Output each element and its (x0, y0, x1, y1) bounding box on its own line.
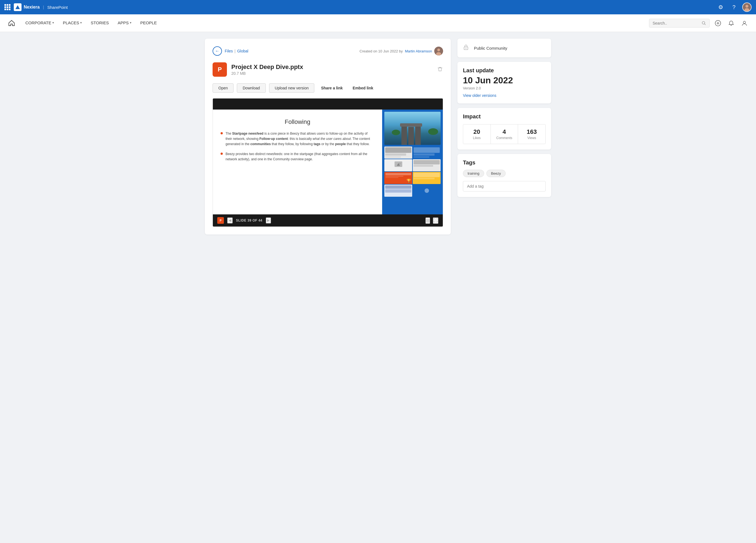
version-text: Version 2.0 (463, 86, 546, 90)
tags-title: Tags (463, 159, 546, 166)
search-input[interactable] (653, 21, 699, 25)
file-created-info: Created on 10 Jun 2022 by Martin Abramso… (360, 47, 443, 55)
slide-next-button[interactable]: ► (266, 217, 271, 223)
share-link-button[interactable]: Share a link (318, 84, 346, 92)
file-delete-button[interactable] (437, 66, 443, 73)
svg-rect-12 (408, 127, 414, 145)
nav-places[interactable]: PLACES ▾ (58, 14, 86, 32)
apps-chevron: ▾ (130, 21, 132, 25)
bullet-dot-1 (221, 132, 223, 134)
svg-point-19 (399, 163, 401, 164)
add-icon[interactable] (713, 18, 723, 28)
author-avatar (434, 47, 443, 55)
breadcrumb-global[interactable]: Global (237, 49, 248, 53)
help-icon[interactable]: ? (729, 2, 739, 12)
home-nav-icon[interactable] (7, 18, 17, 28)
slide-bullet-2-text: Beezy provides two distinct newsfeeds: o… (226, 151, 374, 162)
slide-bullet-1: The Startpage newsfeed is a core piece i… (221, 131, 374, 147)
svg-point-1 (746, 5, 749, 8)
svg-point-3 (702, 21, 705, 24)
file-size: 20.7 MB (231, 71, 433, 76)
file-type-icon: P (213, 62, 227, 77)
nav-corporate[interactable]: CORPORATE ▾ (21, 14, 58, 32)
download-button[interactable]: Download (237, 83, 266, 93)
mini-cell-8 (413, 184, 441, 197)
slide-prev-button[interactable]: ◄ (227, 217, 233, 223)
notifications-icon[interactable] (726, 18, 736, 28)
impact-stats: 20 Likes 4 Comments 163 Views (463, 124, 546, 144)
logo[interactable]: Nexiera (14, 3, 40, 11)
last-update-box: Last update 10 Jun 2022 Version 2.0 View… (457, 62, 551, 103)
places-chevron: ▾ (80, 21, 82, 25)
impact-box: Impact 20 Likes 4 Comments 163 Views (457, 108, 551, 149)
svg-rect-13 (415, 126, 421, 145)
corporate-chevron: ▾ (52, 21, 54, 25)
file-meta: Project X Deep Dive.pptx 20.7 MB (231, 63, 433, 76)
top-bar: Nexiera | SharePoint ⚙ ? (0, 0, 756, 14)
open-button[interactable]: Open (213, 83, 234, 93)
view-older-versions-link[interactable]: View older versions (463, 93, 496, 98)
mini-cell-2 (413, 146, 441, 159)
mini-cell-4 (413, 159, 441, 171)
settings-icon[interactable]: ⚙ (716, 2, 726, 12)
logo-divider: | (43, 5, 44, 9)
last-update-date: 10 Jun 2022 (463, 75, 546, 85)
slide-grid-view-button[interactable]: ⊞ (425, 217, 430, 224)
mini-cell-6 (413, 172, 441, 184)
back-button[interactable]: ← (213, 46, 222, 56)
search-box[interactable] (649, 19, 710, 28)
svg-point-7 (437, 49, 440, 51)
file-info: P Project X Deep Dive.pptx 20.7 MB (213, 62, 443, 77)
tags-list: training Beezy (463, 170, 546, 177)
second-nav: CORPORATE ▾ PLACES ▾ STORIES APPS ▾ PEOP… (0, 14, 756, 32)
tag-beezy[interactable]: Beezy (486, 170, 506, 177)
comments-count: 4 (495, 128, 514, 135)
nav-stories[interactable]: STORIES (86, 14, 113, 32)
author-name[interactable]: Martin Abramson (405, 49, 432, 53)
slide-fullscreen-button[interactable]: ⛶ (433, 217, 438, 224)
slide-mini-grid: 🏆 (384, 146, 441, 197)
svg-point-21 (466, 48, 467, 49)
views-count: 163 (522, 128, 541, 135)
views-label: Views (522, 136, 541, 140)
bullet-dot-2 (221, 152, 223, 155)
nav-apps[interactable]: APPS ▾ (113, 14, 136, 32)
created-text: Created on 10 Jun 2022 by (360, 49, 403, 53)
upload-new-version-button[interactable]: Upload new version (269, 83, 315, 93)
nav-people[interactable]: PEOPLE (136, 14, 161, 32)
likes-stat: 20 Likes (463, 124, 490, 144)
right-panel: Public Community Last update 10 Jun 2022… (457, 39, 551, 234)
slide-title: Following (221, 118, 374, 125)
profile-icon[interactable] (739, 18, 749, 28)
slide-image-grid: 🏆 (382, 109, 443, 214)
svg-point-16 (428, 128, 438, 135)
slide-bullet-1-text: The Startpage newsfeed is a core piece i… (226, 131, 374, 147)
lock-icon (463, 44, 471, 52)
comments-stat: 4 Comments (491, 124, 518, 144)
tag-training[interactable]: training (463, 170, 484, 177)
svg-rect-14 (400, 123, 422, 127)
comments-label: Comments (495, 136, 514, 140)
tags-box: Tags training Beezy (457, 154, 551, 197)
slide-counter: SLIDE 39 OF 44 (236, 218, 262, 222)
file-detail-panel: ← Files | Global Created on 10 Jun 2022 … (205, 39, 451, 234)
search-icon (702, 21, 706, 26)
add-tag-input[interactable] (463, 181, 546, 191)
likes-label: Likes (467, 136, 487, 140)
breadcrumb-files[interactable]: Files (225, 49, 233, 53)
svg-point-2 (744, 8, 749, 12)
user-avatar[interactable] (742, 2, 752, 12)
apps-grid-icon[interactable] (4, 4, 10, 10)
slide-bullet-2: Beezy provides two distinct newsfeeds: o… (221, 151, 374, 162)
mini-cell-3 (384, 159, 412, 171)
slide-bottom-bar: P ◄ SLIDE 39 OF 44 ► ⊞ ⛶ (213, 214, 443, 226)
last-update-title: Last update (463, 67, 546, 74)
slide-content: Following The Startpage newsfeed is a co… (213, 109, 443, 214)
svg-point-15 (392, 130, 400, 135)
community-box: Public Community (457, 39, 551, 57)
slide-text-area: Following The Startpage newsfeed is a co… (213, 109, 382, 214)
slide-top-bar (213, 98, 443, 109)
file-name: Project X Deep Dive.pptx (231, 63, 433, 71)
svg-point-8 (436, 52, 441, 55)
embed-link-button[interactable]: Embed link (349, 84, 377, 92)
